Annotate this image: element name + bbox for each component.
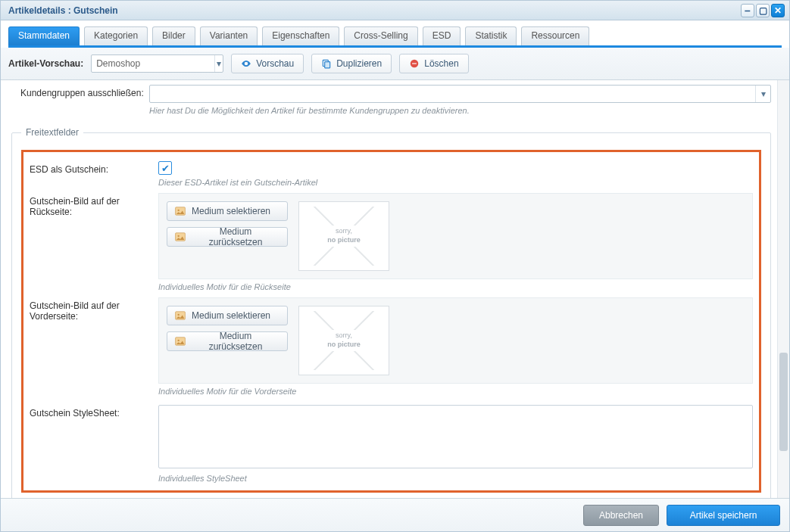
voucher-back-row: Gutschein-Bild auf der Rückseite: Medium… [30, 188, 753, 293]
chevron-down-icon[interactable]: ▾ [755, 86, 770, 102]
back-reset-media-button[interactable]: Medium zurücksetzen [167, 227, 288, 247]
esd-voucher-checkbox[interactable]: ✔ [158, 161, 172, 175]
image-icon [175, 232, 186, 241]
front-reset-media-button[interactable]: Medium zurücksetzen [167, 331, 288, 351]
image-icon [175, 207, 186, 216]
exclude-groups-row: Kundengruppen ausschließen: ▾ Hier hast … [20, 80, 771, 117]
shop-select[interactable]: ▾ [91, 54, 223, 73]
esd-voucher-label: ESD als Gutschein: [30, 161, 158, 175]
front-select-media-label: Medium selektieren [192, 310, 270, 321]
voucher-stylesheet-hint: Individuelles StyleSheet [158, 474, 753, 483]
freitext-fieldset: Freitextfelder ESD als Gutschein: ✔ Dies… [11, 127, 771, 498]
article-details-window: Artikeldetails : Gutschein ‒ ▢ ✕ Stammda… [0, 0, 790, 532]
front-select-media-button[interactable]: Medium selektieren [167, 306, 288, 325]
titlebar: Artikeldetails : Gutschein ‒ ▢ ✕ [1, 1, 789, 20]
back-select-media-label: Medium selektieren [192, 206, 270, 216]
exclude-groups-select[interactable]: ▾ [149, 85, 771, 103]
eye-icon [241, 58, 251, 69]
esd-voucher-hint: Dieser ESD-Artikel ist ein Gutschein-Art… [158, 178, 753, 187]
scroll-area[interactable]: Kundengruppen ausschließen: ▾ Hier hast … [1, 80, 777, 498]
back-select-media-button[interactable]: Medium selektieren [167, 201, 288, 221]
preview-button-label: Vorschau [256, 58, 294, 69]
image-icon [175, 311, 186, 320]
esd-voucher-row: ESD als Gutschein: ✔ Dieser ESD-Artikel … [30, 157, 753, 188]
toolbar: Artikel-Vorschau: ▾ Vorschau Duplizieren… [1, 48, 789, 80]
voucher-stylesheet-label: Gutschein StyleSheet: [30, 405, 158, 418]
duplicate-button[interactable]: Duplizieren [311, 54, 392, 73]
vertical-scrollbar[interactable] [777, 80, 789, 498]
voucher-front-hint: Individuelles Motiv für die Vorderseite [158, 387, 753, 396]
exclude-groups-hint: Hier hast Du die Möglichkeit den Artikel… [149, 106, 771, 115]
voucher-back-thumbnail: sorry, no picture [298, 201, 389, 271]
content-area: Kundengruppen ausschließen: ▾ Hier hast … [1, 80, 789, 498]
tab-stammdaten[interactable]: Stammdaten [8, 26, 80, 45]
footer: Abbrechen Artikel speichern [1, 498, 789, 531]
freitext-legend: Freitextfelder [21, 127, 83, 138]
tab-cross-selling[interactable]: Cross-Selling [344, 26, 417, 45]
svg-point-10 [178, 314, 180, 316]
copy-icon [321, 58, 332, 69]
preview-label: Artikel-Vorschau: [8, 58, 83, 69]
tab-kategorien[interactable]: Kategorien [84, 26, 148, 45]
shop-select-input[interactable] [92, 58, 214, 69]
chevron-down-icon[interactable]: ▾ [214, 55, 223, 72]
voucher-back-media-panel: Medium selektieren Medium zurücksetzen [158, 193, 753, 279]
front-reset-media-label: Medium zurücksetzen [192, 331, 279, 352]
svg-point-8 [178, 235, 180, 237]
no-picture-label: sorry, no picture [324, 330, 364, 350]
duplicate-button-label: Duplizieren [336, 58, 382, 69]
tab-bilder[interactable]: Bilder [152, 26, 195, 45]
svg-point-12 [178, 340, 180, 341]
tab-varianten[interactable]: Varianten [200, 26, 258, 45]
exclude-groups-label: Kundengruppen ausschließen: [20, 85, 149, 98]
tab-ressourcen[interactable]: Ressourcen [521, 26, 589, 45]
no-picture-label: sorry, no picture [324, 226, 364, 246]
back-reset-media-label: Medium zurücksetzen [192, 226, 279, 247]
voucher-front-row: Gutschein-Bild auf der Vorderseite: Medi… [30, 293, 753, 397]
scrollbar-thumb[interactable] [779, 353, 788, 451]
tab-eigenschaften[interactable]: Eigenschaften [262, 26, 339, 45]
delete-button[interactable]: Löschen [399, 54, 468, 73]
minus-circle-icon [409, 58, 420, 69]
close-button[interactable]: ✕ [771, 4, 785, 17]
image-icon [175, 337, 186, 346]
voucher-front-label: Gutschein-Bild auf der Vorderseite: [30, 297, 158, 322]
save-article-button[interactable]: Artikel speichern [667, 505, 780, 526]
voucher-stylesheet-textarea[interactable] [158, 405, 753, 468]
voucher-back-label: Gutschein-Bild auf der Rückseite: [30, 193, 158, 217]
minimize-button[interactable]: ‒ [741, 4, 754, 17]
voucher-back-hint: Individuelles Motiv für die Rückseite [158, 282, 753, 291]
svg-point-0 [245, 63, 247, 64]
svg-rect-2 [325, 62, 330, 68]
maximize-button[interactable]: ▢ [756, 4, 770, 17]
tab-statistik[interactable]: Statistik [465, 26, 517, 45]
tab-esd[interactable]: ESD [423, 26, 461, 45]
svg-rect-4 [412, 63, 417, 64]
voucher-front-thumbnail: sorry, no picture [298, 306, 389, 375]
voucher-stylesheet-row: Gutschein StyleSheet: Individuelles Styl… [30, 400, 753, 484]
window-title: Artikeldetails : Gutschein [8, 5, 118, 16]
voucher-highlight-box: ESD als Gutschein: ✔ Dieser ESD-Artikel … [21, 150, 761, 493]
svg-point-6 [178, 210, 180, 211]
preview-button[interactable]: Vorschau [231, 54, 304, 73]
delete-button-label: Löschen [424, 58, 458, 69]
voucher-front-media-panel: Medium selektieren Medium zurücksetzen [158, 297, 753, 384]
tabs-bar: Stammdaten Kategorien Bilder Varianten E… [1, 20, 789, 45]
cancel-button[interactable]: Abbrechen [583, 505, 659, 526]
